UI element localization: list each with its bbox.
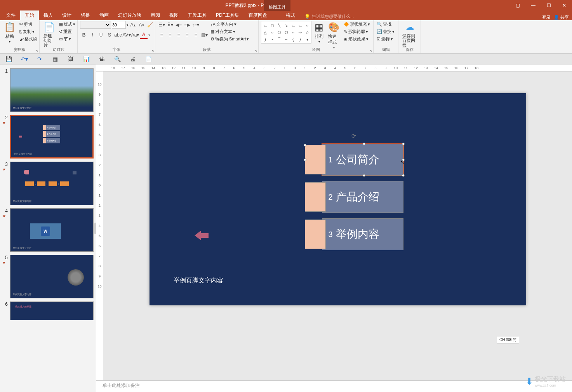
qat-icon-3[interactable]: 📊 <box>82 55 90 63</box>
find-button[interactable]: 🔍查找 <box>376 21 395 28</box>
shape-fill-button[interactable]: 🔶形状填充 ▾ <box>343 21 371 28</box>
arrange-button[interactable]: ▦ 排列 ▾ <box>313 21 325 44</box>
replace-button[interactable]: 🔄替换 ▾ <box>376 28 395 35</box>
shape-outline-button[interactable]: ✎形状轮廓 ▾ <box>343 28 371 35</box>
slide-thumbnail-panel[interactable]: 1 举例页脚文字内容 2★ 1 公司简介 2 产品介绍 3 举例内容 举例页脚文… <box>0 64 96 392</box>
canvas-area[interactable]: ⟳ 1公司简介 <box>103 71 572 380</box>
slide-thumbnail-5[interactable]: 举例页脚文字内容 <box>10 255 94 298</box>
slide-canvas[interactable]: ⟳ 1公司简介 <box>150 93 526 305</box>
decrease-font-icon[interactable]: A▾ <box>137 21 145 29</box>
tab-view[interactable]: 视图 <box>165 10 183 20</box>
login-link[interactable]: 登录 <box>542 14 551 20</box>
char-spacing-icon[interactable]: AV▾ <box>123 31 130 39</box>
minimize-icon[interactable]: — <box>525 0 541 11</box>
tab-insert[interactable]: 插入 <box>39 10 57 20</box>
slide-thumbnail-4[interactable]: W 举例页脚文字内容 <box>10 208 94 252</box>
align-text-button[interactable]: ▦对齐文本 ▾ <box>210 28 250 35</box>
left-arrow-shape[interactable] <box>195 231 209 240</box>
format-painter-button[interactable]: 🖌格式刷 <box>19 36 38 42</box>
horizontal-ruler[interactable]: 1817161514131211109876543210123456789101… <box>96 64 572 71</box>
rotate-handle-icon[interactable]: ⟳ <box>351 133 357 138</box>
italic-icon[interactable]: I <box>89 31 96 39</box>
footer-text[interactable]: 举例页脚文字内容 <box>174 277 223 285</box>
smartart-item-2[interactable]: 2产品介绍 <box>305 181 403 213</box>
font-family-select[interactable] <box>80 21 111 29</box>
qat-icon-5[interactable]: 🔍 <box>113 55 121 63</box>
dialog-launcher-icon[interactable]: ⬊ <box>255 49 257 52</box>
smartart-left-box[interactable] <box>305 182 326 212</box>
save-icon[interactable]: 💾 <box>5 55 12 63</box>
shape-gallery[interactable]: ▭◻╲↘▭▭○ △○⬠⬡↔⇨☆ )~⌒⌢{}▾ <box>261 21 311 44</box>
qat-icon-4[interactable]: 📽 <box>98 55 106 63</box>
share-button[interactable]: 👤 共享 <box>554 14 569 20</box>
cut-button[interactable]: ✂剪切 <box>19 21 38 28</box>
new-slide-button[interactable]: 📄 新建 幻灯片 <box>42 21 57 48</box>
undo-icon[interactable]: ↶▾ <box>20 55 28 63</box>
save-baidu-button[interactable]: ☁ 保存到 百度网盘 <box>401 21 418 48</box>
underline-icon[interactable]: U <box>97 31 105 39</box>
font-color-icon[interactable]: A <box>140 31 148 39</box>
layout-button[interactable]: ▦版式 ▾ <box>58 21 76 28</box>
panel-resize-handle[interactable] <box>93 64 96 392</box>
maximize-icon[interactable]: ☐ <box>541 0 556 11</box>
section-button[interactable]: ▭节 ▾ <box>58 36 76 42</box>
increase-font-icon[interactable]: A▴ <box>129 21 137 29</box>
shape-effects-button[interactable]: ◉形状效果 ▾ <box>343 36 371 42</box>
line-spacing-icon[interactable]: ↕≡▾ <box>192 21 200 29</box>
font-size-input[interactable] <box>112 21 126 29</box>
align-left-icon[interactable]: ≡ <box>158 31 165 39</box>
tab-home[interactable]: 开始 <box>20 10 39 20</box>
decrease-indent-icon[interactable]: ◀≡ <box>175 21 183 29</box>
columns-icon[interactable]: ▥▾ <box>200 31 208 39</box>
bold-icon[interactable]: B <box>80 31 88 39</box>
strikethrough-icon[interactable]: S <box>106 31 113 39</box>
language-indicator[interactable]: CH ⌨ 简 <box>497 336 519 344</box>
tab-review[interactable]: 审阅 <box>146 10 165 20</box>
qat-icon-1[interactable]: ▦ <box>51 55 59 63</box>
align-right-icon[interactable]: ≡ <box>175 31 183 39</box>
increase-indent-icon[interactable]: ≡▶ <box>183 21 191 29</box>
qat-icon-2[interactable]: 🖼 <box>67 55 75 63</box>
qat-icon-6[interactable]: 🖨 <box>129 55 137 63</box>
clear-format-icon[interactable]: 🧹 <box>146 21 154 29</box>
smartart-item-1[interactable]: ⟳ 1公司简介 <box>305 144 403 176</box>
select-button[interactable]: ☑选择 ▾ <box>376 36 395 42</box>
smartart-left-box[interactable] <box>305 220 326 249</box>
tab-pdf[interactable]: PDF工具集 <box>211 10 244 20</box>
tab-design[interactable]: 设计 <box>57 10 76 20</box>
copy-button[interactable]: ⎘复制 ▾ <box>19 28 38 35</box>
shadow-icon[interactable]: abc <box>114 31 122 39</box>
smartart-right-box[interactable]: 3举例内容 <box>322 218 403 250</box>
ribbon-display-icon[interactable]: ▢ <box>510 0 525 11</box>
smartart-right-box[interactable]: 2产品介绍 <box>322 181 403 213</box>
tab-transition[interactable]: 切换 <box>76 10 95 20</box>
justify-icon[interactable]: ≡ <box>183 31 191 39</box>
dialog-launcher-icon[interactable]: ⬊ <box>151 49 154 52</box>
quick-styles-button[interactable]: 🎨 快速样式 ▾ <box>327 21 341 50</box>
reset-button[interactable]: ↺重置 <box>58 28 76 35</box>
tab-slideshow[interactable]: 幻灯片放映 <box>113 10 146 20</box>
smartart-right-box[interactable]: 1公司简介 <box>322 144 403 176</box>
align-center-icon[interactable]: ≡ <box>166 31 174 39</box>
dialog-launcher-icon[interactable]: ⬊ <box>370 49 372 52</box>
smartart-left-box[interactable] <box>305 145 326 174</box>
redo-icon[interactable]: ↷ <box>36 55 43 63</box>
tab-file[interactable]: 文件 <box>2 10 20 20</box>
close-icon[interactable]: ✕ <box>556 0 572 11</box>
notes-pane[interactable]: 单击此处添加备注 <box>96 380 572 392</box>
vertical-ruler[interactable]: 10987654321012345678910 <box>96 71 103 380</box>
tab-animation[interactable]: 动画 <box>95 10 113 20</box>
slide-thumbnail-6[interactable]: 此处键入的标题 <box>10 301 94 320</box>
tab-baidu[interactable]: 百度网盘 <box>244 10 272 20</box>
dialog-launcher-icon[interactable]: ⬊ <box>36 49 38 52</box>
slide-thumbnail-1[interactable]: 举例页脚文字内容 <box>10 68 94 112</box>
numbering-icon[interactable]: ⠿▾ <box>166 21 174 29</box>
distribute-icon[interactable]: ≡ <box>192 31 200 39</box>
paste-button[interactable]: 📋 粘贴 ▾ <box>2 21 17 44</box>
tell-me-input[interactable]: 告诉我您想要做什么... <box>310 13 355 20</box>
change-case-icon[interactable]: Aa▾ <box>131 31 139 39</box>
text-direction-button[interactable]: ↕A文字方向 ▾ <box>210 21 250 28</box>
slide-thumbnail-3[interactable]: › › › 举例页脚文字内容 <box>10 162 94 205</box>
slide-thumbnail-2[interactable]: 1 公司简介 2 产品介绍 3 举例内容 举例页脚文字内容 <box>10 115 94 159</box>
tab-developer[interactable]: 开发工具 <box>183 10 211 20</box>
